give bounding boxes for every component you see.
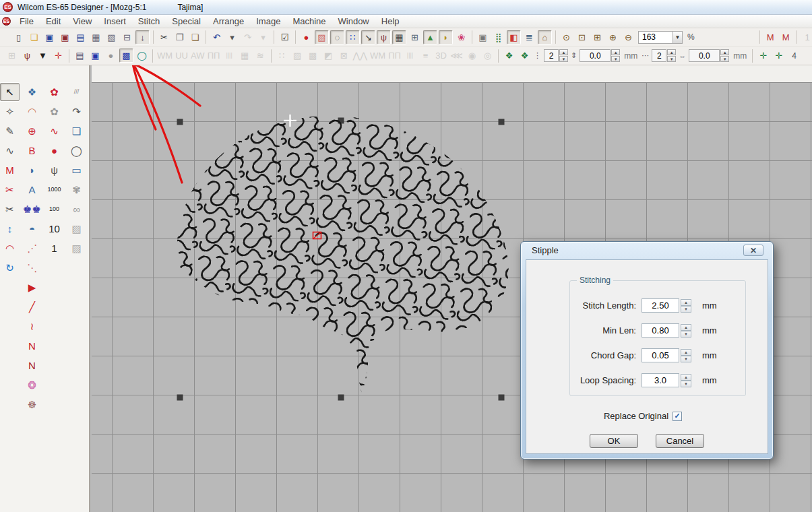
replace-original-checkbox[interactable]: ✓ xyxy=(673,412,682,421)
fur-stitch-icon[interactable]: ⋘ xyxy=(449,49,464,63)
stipple-run-border-icon[interactable]: ◯ xyxy=(135,49,149,63)
cross-fill-icon[interactable]: ⊠ xyxy=(337,49,351,63)
spin-down-icon[interactable]: ▼ xyxy=(681,381,691,387)
new-design-icon[interactable]: ▯ xyxy=(11,30,26,44)
input-c-column-tool[interactable]: ● xyxy=(44,141,64,160)
fan-fill-tool[interactable]: ◠ xyxy=(0,239,20,257)
columns-down-icon[interactable]: ▼ xyxy=(667,56,676,62)
stipple-fill-icon[interactable]: ▩ xyxy=(119,49,133,63)
columns-input[interactable] xyxy=(652,49,666,62)
spin-down-icon[interactable]: ▼ xyxy=(681,356,691,362)
show-grid-icon[interactable]: ▦ xyxy=(392,30,406,44)
zoom-dropdown-icon[interactable]: ▼ xyxy=(673,31,683,44)
spin-up-icon[interactable]: ▲ xyxy=(681,349,691,356)
radial-sequin-tool[interactable]: ☸ xyxy=(22,395,42,414)
show-outlines-icon[interactable]: ▨ xyxy=(315,30,329,44)
columns-up-icon[interactable]: ▲ xyxy=(667,49,676,55)
feather-stitch-icon[interactable]: ⋀⋀ xyxy=(352,49,368,63)
fabric-texture-2[interactable]: ▨ xyxy=(67,239,86,257)
artwork-bird-tool[interactable]: ✾ xyxy=(67,181,86,199)
dialog-close-button[interactable]: ✕ xyxy=(743,245,763,256)
menu-item[interactable]: Edit xyxy=(40,15,67,28)
envelope-nodes-tool[interactable]: ◓ xyxy=(22,220,42,238)
zoom-factor-input[interactable] xyxy=(638,31,673,44)
spin-up-icon[interactable]: ▲ xyxy=(681,374,691,381)
rows-input[interactable] xyxy=(544,49,559,62)
threeD-effect-icon[interactable]: 3D xyxy=(434,49,448,63)
manual-stitch-tool[interactable]: ╱ xyxy=(22,298,42,316)
ellipse-tool[interactable]: ◯ xyxy=(67,141,86,160)
selection-handle[interactable] xyxy=(177,119,183,125)
zigzag-stitch-icon[interactable]: AW xyxy=(190,49,205,63)
show-stitches-icon[interactable]: ● xyxy=(299,30,313,44)
hatch-fill-icon[interactable]: ▨ xyxy=(290,49,305,63)
show-hoop-icon[interactable]: ⊞ xyxy=(408,30,422,44)
show-needle-points-icon[interactable]: ∷ xyxy=(346,30,360,44)
sculpture-run-icon[interactable]: WM xyxy=(369,49,386,63)
blanket-stitch-icon[interactable]: ΠΠ xyxy=(207,49,221,63)
center-run-tool[interactable]: ⊕ xyxy=(22,122,42,140)
fabric-texture-1[interactable]: ▨ xyxy=(67,220,86,238)
spin-down-icon[interactable]: ▼ xyxy=(681,306,691,313)
polygon-select-tool[interactable]: ✧ xyxy=(0,102,20,121)
copy-icon[interactable]: ❐ xyxy=(173,30,187,44)
weave-fill-icon[interactable]: ▩ xyxy=(306,49,320,63)
thread-colors-icon[interactable]: ⣿ xyxy=(491,30,505,44)
arc-tool[interactable]: ↷ xyxy=(67,102,86,121)
show-applique-icon[interactable]: ❀ xyxy=(454,30,468,44)
manual-satin-tool[interactable]: N xyxy=(22,356,42,375)
sequin-palette-tool[interactable]: ❂ xyxy=(22,376,42,394)
print-preview-icon[interactable]: ▧ xyxy=(104,30,119,44)
selection-handle[interactable] xyxy=(499,119,505,125)
mirror-merge-h-icon[interactable]: ❖ xyxy=(502,49,516,63)
mirror-rows-icon[interactable]: ✛ xyxy=(756,49,770,63)
stitch-player-icon[interactable]: ↓ xyxy=(135,30,150,44)
zigzag-manual-tool[interactable]: ≀ xyxy=(22,317,42,335)
zoom-100-tool[interactable]: 100 xyxy=(44,200,64,218)
lattice-fill-icon[interactable]: ▦ xyxy=(238,49,252,63)
blackwork-run-icon[interactable]: ΠΠ xyxy=(387,49,402,63)
monogramming-tool[interactable]: ♚♚ xyxy=(22,200,42,218)
cut-connection-tool[interactable]: ✂ xyxy=(0,200,20,218)
show-vector-backdrop-icon[interactable]: ◗ xyxy=(439,30,453,44)
spin-up-icon[interactable]: ▲ xyxy=(681,324,691,331)
stitch-direction-tool[interactable]: ↕ xyxy=(0,220,20,238)
column-spacing-down-icon[interactable]: ▼ xyxy=(720,56,729,62)
design-palette-icon[interactable]: ◧ xyxy=(507,30,521,44)
rectangle-tool[interactable]: ▭ xyxy=(67,161,86,179)
cut-stitches-tool[interactable]: ✂ xyxy=(0,181,20,199)
selection-handle[interactable] xyxy=(499,395,505,401)
menu-item[interactable]: File xyxy=(13,15,40,28)
rotate-orientation-tool[interactable]: ↻ xyxy=(0,259,20,277)
stitch-sequence-icon[interactable]: ≣ xyxy=(522,30,536,44)
motif-fill-icon[interactable]: ∷ xyxy=(275,49,289,63)
dim-artwork-icon[interactable]: ● xyxy=(104,49,118,63)
menu-item[interactable]: Special xyxy=(166,15,207,28)
zoom-1000-tool[interactable]: 1000 xyxy=(44,181,64,199)
menu-item[interactable]: Help xyxy=(375,15,406,28)
send-to-machine-icon[interactable]: ⊟ xyxy=(120,30,134,44)
run-stitch-tool[interactable]: ∿ xyxy=(0,141,20,160)
touch-up-bitmap-icon[interactable]: ▣ xyxy=(476,30,490,44)
spin-up-icon[interactable]: ▲ xyxy=(681,299,691,306)
menu-item[interactable]: Stitch xyxy=(132,15,166,28)
show-bitmap-backdrop-icon[interactable]: ▲ xyxy=(423,30,437,44)
paste-icon[interactable]: ❏ xyxy=(188,30,202,44)
outline-shape-icon[interactable]: ◉ xyxy=(465,49,479,63)
layered-fill-icon[interactable]: ≡ xyxy=(418,49,433,63)
menu-item[interactable]: Machine xyxy=(286,15,332,28)
redo-icon[interactable]: ↷ xyxy=(241,30,255,44)
cut-icon[interactable]: ✂ xyxy=(157,30,171,44)
menu-item[interactable]: View xyxy=(67,15,98,28)
selection-handle[interactable] xyxy=(338,395,344,401)
tatami-fill-icon[interactable]: |||| xyxy=(222,49,237,63)
row-spacing-up-icon[interactable]: ▲ xyxy=(611,49,620,55)
string-stitch-icon[interactable]: |||| xyxy=(403,49,417,63)
connectors-icon[interactable]: ▼ xyxy=(36,49,50,63)
motif-fill-tool[interactable]: ✿ xyxy=(44,102,64,121)
motif-run-tool[interactable]: ✿ xyxy=(44,83,64,101)
save-to-machine-icon[interactable]: ▣ xyxy=(58,30,72,44)
sequin-run-tool[interactable]: ⋱ xyxy=(22,259,42,277)
show-object-outlines-icon[interactable]: ◌ xyxy=(330,30,344,44)
e-stitch-icon[interactable]: UU xyxy=(175,49,189,63)
